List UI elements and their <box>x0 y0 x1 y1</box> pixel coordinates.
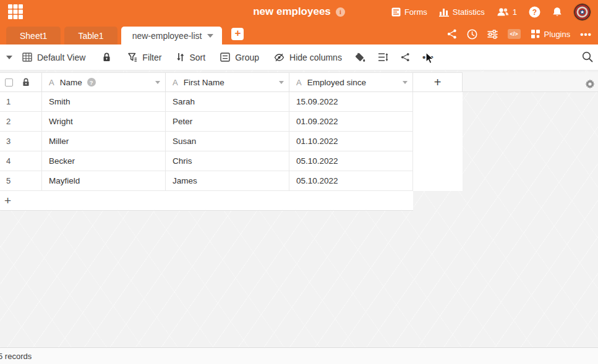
settings-sliders-icon[interactable] <box>487 30 498 39</box>
column-header-first-name[interactable]: A First Name <box>166 73 289 92</box>
hide-columns-button[interactable]: Hide columns <box>274 53 342 62</box>
table-row[interactable]: 4 Becker Chris 05.10.2022 <box>0 151 463 171</box>
forms-button[interactable]: Forms <box>391 7 427 17</box>
row-number[interactable]: 3 <box>0 132 42 151</box>
filter-button[interactable]: Filter <box>128 53 161 62</box>
statistics-icon <box>439 7 449 17</box>
users-icon <box>497 7 509 17</box>
cell-name[interactable]: Wright <box>42 112 166 132</box>
hide-columns-icon <box>274 53 284 62</box>
add-table-button[interactable]: + <box>231 28 244 40</box>
add-row-plus-icon: + <box>4 195 11 206</box>
cell-first-name[interactable]: Chris <box>166 151 289 171</box>
cell-employed-since[interactable]: 05.10.2022 <box>289 151 413 171</box>
filter-icon <box>128 53 137 62</box>
table-row[interactable]: 2 Wright Peter 01.09.2022 <box>0 112 463 132</box>
row-number[interactable]: 1 <box>0 92 42 112</box>
api-code-icon[interactable]: </> <box>508 29 521 39</box>
column-header-employed-since[interactable]: A Employed since <box>289 73 413 92</box>
help-icon: ? <box>529 6 540 18</box>
plugins-label: Plugins <box>544 30 571 39</box>
statistics-label: Statistics <box>453 7 485 17</box>
sort-button[interactable]: Sort <box>176 53 205 62</box>
grid-header-row: A Name ? A First Name A Employed since + <box>0 72 463 92</box>
tab-label: Sheet1 <box>20 31 47 41</box>
tab-label: Table1 <box>78 31 103 41</box>
cell-name[interactable]: Miller <box>42 132 166 151</box>
view-selector[interactable]: Default View <box>22 53 85 62</box>
titlebar-actions: Forms Statistics 1 ? <box>391 4 598 20</box>
group-icon <box>220 53 230 62</box>
row-height-icon[interactable] <box>378 53 388 62</box>
column-label: First Name <box>184 78 224 87</box>
row-number[interactable]: 4 <box>0 151 42 171</box>
tabbar-actions: </> Plugins ••• <box>447 23 592 44</box>
views-collapse-caret-icon[interactable] <box>6 56 12 59</box>
column-settings-gear-icon[interactable] <box>585 79 595 89</box>
column-menu-caret-icon[interactable] <box>279 81 284 84</box>
table-row[interactable]: 5 Mayfield James 05.10.2022 <box>0 171 463 191</box>
collaborators-button[interactable]: 1 <box>497 7 517 17</box>
table-row[interactable]: 3 Miller Susan 01.10.2022 <box>0 132 463 151</box>
hide-columns-label: Hide columns <box>289 53 342 62</box>
app-menu-icon[interactable] <box>7 4 23 20</box>
table-tab-bar: Sheet1 Table1 new-employee-list + </> Pl… <box>0 23 598 44</box>
tab-label: new-employee-list <box>132 31 202 41</box>
tab-sheet1[interactable]: Sheet1 <box>6 27 61 44</box>
page-title: new employees <box>253 6 331 18</box>
bell-icon <box>552 7 562 17</box>
row-number[interactable]: 5 <box>0 171 42 191</box>
cell-employed-since[interactable]: 01.10.2022 <box>289 132 413 151</box>
user-avatar[interactable] <box>574 4 591 20</box>
sort-label: Sort <box>189 53 205 62</box>
help-button[interactable]: ? <box>529 6 540 18</box>
select-all-checkbox[interactable] <box>5 78 13 87</box>
cell-employed-since[interactable]: 15.09.2022 <box>289 92 413 112</box>
info-icon[interactable]: i <box>336 7 345 17</box>
forms-icon <box>391 7 401 17</box>
statistics-button[interactable]: Statistics <box>439 7 485 17</box>
add-column-button[interactable]: + <box>413 73 463 92</box>
text-type-icon: A <box>49 78 54 87</box>
table-tabs: Sheet1 Table1 new-employee-list <box>6 27 222 44</box>
filter-label: Filter <box>142 53 161 62</box>
column-header-name[interactable]: A Name ? <box>42 73 166 92</box>
cell-employed-since[interactable]: 05.10.2022 <box>289 171 413 191</box>
search-icon[interactable] <box>582 51 593 62</box>
table-view-icon <box>22 53 32 62</box>
tab-new-employee-list[interactable]: new-employee-list <box>121 27 223 44</box>
plugins-button[interactable]: Plugins <box>531 29 571 39</box>
add-row-button[interactable]: + <box>0 191 413 211</box>
cell-name[interactable]: Becker <box>42 151 166 171</box>
column-menu-caret-icon[interactable] <box>403 81 408 84</box>
row-lock-icon <box>22 78 30 87</box>
notifications-button[interactable] <box>552 7 562 17</box>
view-name: Default View <box>37 53 85 62</box>
forms-label: Forms <box>404 7 427 17</box>
more-options-icon[interactable]: ••• <box>580 29 592 40</box>
column-menu-caret-icon[interactable] <box>155 81 160 84</box>
history-icon[interactable] <box>467 29 477 40</box>
fill-color-icon[interactable] <box>354 53 365 62</box>
row-number[interactable]: 2 <box>0 112 42 132</box>
grid-canvas: A Name ? A First Name A Employed since + <box>0 70 598 347</box>
share-view-icon[interactable] <box>401 53 410 62</box>
lock-view-icon[interactable] <box>103 53 111 62</box>
table-row[interactable]: 1 Smith Sarah 15.09.2022 <box>0 92 463 112</box>
text-type-icon: A <box>296 78 302 87</box>
cell-first-name[interactable]: Sarah <box>166 92 289 112</box>
tab-menu-caret-icon[interactable] <box>207 34 213 38</box>
cell-name[interactable]: Smith <box>42 92 166 112</box>
group-button[interactable]: Group <box>220 53 259 62</box>
text-type-icon: A <box>173 78 178 87</box>
toolbar-more-icon[interactable]: ••• <box>422 52 434 62</box>
cell-first-name[interactable]: James <box>166 171 289 191</box>
svg-text:?: ? <box>532 7 537 16</box>
cell-first-name[interactable]: Susan <box>166 132 289 151</box>
cell-employed-since[interactable]: 01.09.2022 <box>289 112 413 132</box>
cell-first-name[interactable]: Peter <box>166 112 289 132</box>
share-icon[interactable] <box>447 29 457 39</box>
tab-table1[interactable]: Table1 <box>64 27 117 44</box>
cell-name[interactable]: Mayfield <box>42 171 166 191</box>
column-description-icon[interactable]: ? <box>87 78 96 87</box>
